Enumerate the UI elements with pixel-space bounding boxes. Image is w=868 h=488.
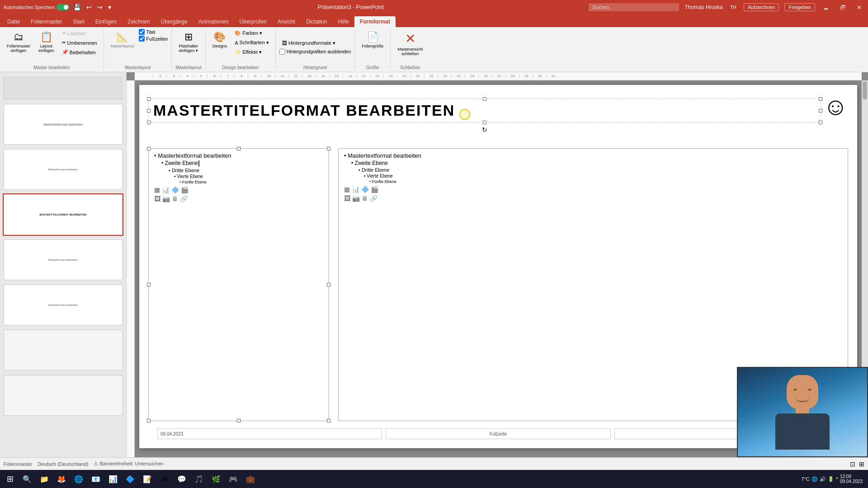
slide-thumb-7[interactable]: ✕ bbox=[3, 329, 123, 371]
handle-tm[interactable] bbox=[483, 97, 486, 101]
share-button[interactable]: Freigeben bbox=[784, 3, 815, 11]
hintergrundgrafiken-checkbox[interactable]: Hintergrundgrafiken ausblenden bbox=[279, 49, 351, 55]
user-name: Thomas Hruska bbox=[684, 4, 723, 10]
slide-title[interactable]: MASTERTITELFORMAT BEARBEITEN ↻ bbox=[148, 99, 821, 123]
handle-ml[interactable] bbox=[147, 109, 151, 113]
taskbar-app7[interactable]: 🌿 bbox=[208, 471, 224, 487]
lca-handle-tm[interactable] bbox=[237, 147, 241, 150]
masteransicht-schliessen-button[interactable]: ✕ Masteransichtschließen bbox=[394, 29, 426, 58]
master-actions-col: ✕ Löschen ✏ Umbenennen 📌 Beibehalten bbox=[59, 29, 100, 56]
slide-sorter-button[interactable]: ⊞ bbox=[859, 460, 864, 468]
autosave-switch[interactable] bbox=[57, 4, 69, 10]
qa-more-button[interactable]: ▾ bbox=[107, 3, 113, 12]
tab-einfuegen[interactable]: Einfügen bbox=[90, 16, 122, 27]
lca-handle-ml[interactable] bbox=[147, 283, 151, 286]
rotate-handle[interactable]: ↻ bbox=[482, 126, 487, 131]
handle-bl[interactable] bbox=[147, 121, 151, 124]
handle-tl[interactable] bbox=[147, 97, 151, 101]
titel-checkbox[interactable]: Titel bbox=[139, 29, 168, 35]
redo-button[interactable]: ↪ bbox=[96, 3, 104, 12]
tab-datei[interactable]: Datei bbox=[2, 16, 25, 27]
maximize-button[interactable]: 🗗 bbox=[837, 3, 849, 12]
autosave-toggle[interactable]: Automatisches Speichern bbox=[4, 4, 69, 10]
farben-button[interactable]: 🎨 Farben ▾ bbox=[232, 29, 272, 38]
taskbar-app5[interactable]: 💬 bbox=[174, 471, 190, 487]
start-button[interactable]: ⊞ bbox=[2, 471, 18, 487]
slide-thumb-2[interactable]: ✕ Mastertitelformat bearbeiten bbox=[3, 103, 123, 145]
taskbar-app4[interactable]: ✉ bbox=[156, 471, 173, 487]
designs-button[interactable]: 🎨 Designs bbox=[209, 29, 231, 51]
taskbar-firefox[interactable]: 🦊 bbox=[53, 471, 70, 487]
taskbar-outlook[interactable]: 📧 bbox=[88, 471, 104, 487]
tab-ansicht[interactable]: Ansicht bbox=[272, 16, 301, 27]
undo-button[interactable]: ↩ bbox=[85, 3, 93, 12]
lca-handle-br[interactable] bbox=[327, 419, 330, 422]
normal-view-button[interactable]: ⊡ bbox=[850, 460, 855, 468]
ruler-mark: 7 bbox=[221, 74, 234, 78]
footer-date[interactable]: 09.04.2023 bbox=[157, 428, 382, 439]
slide-thumb-5[interactable]: ✕ Masterformat bearbeiten bbox=[3, 239, 123, 281]
taskbar-search[interactable]: 🔍 bbox=[19, 471, 35, 487]
foliengroesse-button[interactable]: 📄 Foliengröße bbox=[359, 29, 387, 51]
lca-handle-bl[interactable] bbox=[147, 419, 151, 422]
platzhalter-button[interactable]: ⊞ Platzhaltereinfügen ▾ bbox=[175, 29, 201, 55]
lca-handle-tl[interactable] bbox=[147, 147, 151, 150]
slide-thumb-1[interactable]: ✕ bbox=[3, 76, 123, 100]
tab-hilfe[interactable]: Hilfe bbox=[333, 16, 354, 27]
right-level1: • Mastertextformat bearbeiten bbox=[344, 152, 842, 159]
slide-inner-3: Masterformat bearbeiten bbox=[4, 149, 123, 190]
tab-formformat[interactable]: Formformat bbox=[354, 16, 396, 27]
lca-handle-bm[interactable] bbox=[237, 419, 241, 422]
slide-thumb-4[interactable]: ✕ MASTERTITELFORMAT BEARBEITEN bbox=[3, 193, 123, 236]
taskbar-app2[interactable]: 🔷 bbox=[122, 471, 138, 487]
hintergrundformate-button[interactable]: 🖼 Hintergrundformate ▾ bbox=[279, 39, 338, 47]
slide-thumb-6[interactable]: ✕ Masterformat bearbeiten bbox=[3, 284, 123, 326]
umbenennen-button[interactable]: ✏ Umbenennen bbox=[59, 38, 100, 47]
taskbar-powerpoint[interactable]: 📊 bbox=[105, 471, 121, 487]
close-button[interactable]: ✕ bbox=[854, 3, 864, 12]
master-bearbeiten-content: 🗂 Folienmastereinfügen 📋 Layouteinfügen … bbox=[4, 29, 100, 64]
folienmaster-einfuegen-button[interactable]: 🗂 Folienmastereinfügen bbox=[4, 29, 33, 55]
handle-br[interactable] bbox=[819, 121, 822, 124]
tab-animationen[interactable]: Animationen bbox=[193, 16, 234, 27]
taskbar-app8[interactable]: 🎮 bbox=[225, 471, 241, 487]
layout-einfuegen-button[interactable]: 📋 Layouteinfügen bbox=[35, 29, 57, 55]
left-level2: • Zweite Ebene bbox=[161, 160, 323, 167]
tab-ueberpruefen[interactable]: Überprüfen bbox=[234, 16, 272, 27]
taskbar-app9[interactable]: 💼 bbox=[242, 471, 259, 487]
slide-thumb-8[interactable]: ✕ bbox=[3, 374, 123, 417]
tab-folienmaster[interactable]: Folienmaster bbox=[25, 16, 67, 27]
search-input[interactable] bbox=[589, 3, 679, 11]
taskbar-chrome[interactable]: 🌐 bbox=[71, 471, 87, 487]
slide-inner-5: Masterformat bearbeiten bbox=[4, 239, 123, 280]
beibehalten-button[interactable]: 📌 Beibehalten bbox=[59, 48, 100, 56]
minimize-button[interactable]: 🗕 bbox=[821, 3, 832, 12]
scroll-thumb[interactable] bbox=[863, 81, 867, 99]
slide-thumb-3[interactable]: ✕ Masterformat bearbeiten bbox=[3, 148, 123, 191]
ruler-mark: 9 bbox=[248, 74, 261, 78]
footer-text[interactable]: Fußzeile bbox=[386, 428, 610, 439]
handle-bm[interactable] bbox=[483, 121, 486, 124]
fusszeilen-checkbox[interactable]: Fußzeilen bbox=[139, 36, 168, 42]
handle-tr[interactable] bbox=[819, 97, 822, 101]
masterlayout-button[interactable]: 📐 Masterlayout bbox=[108, 29, 137, 51]
schriftarten-button[interactable]: A Schriftarten ▾ bbox=[232, 38, 272, 47]
loeschen-button[interactable]: ✕ Löschen bbox=[59, 29, 100, 38]
tab-start[interactable]: Start bbox=[67, 16, 90, 27]
effekte-button[interactable]: ✨ Effekte ▾ bbox=[232, 48, 272, 56]
taskbar-explorer[interactable]: 📁 bbox=[36, 471, 52, 487]
lca-handle-mr[interactable] bbox=[327, 283, 330, 286]
handle-mr[interactable] bbox=[819, 109, 822, 113]
left-content-area[interactable]: • Mastertextformat bearbeiten • Zweite E… bbox=[148, 148, 329, 421]
tab-uebergaenge[interactable]: Übergänge bbox=[155, 16, 193, 27]
tab-zeichnen[interactable]: Zeichnen bbox=[122, 16, 155, 27]
record-button[interactable]: Aufzeichnen bbox=[744, 3, 779, 11]
lca-handle-tr[interactable] bbox=[327, 147, 330, 150]
ruler-mark: 5 bbox=[193, 74, 207, 78]
taskbar-app6[interactable]: 🎵 bbox=[191, 471, 207, 487]
ruler-left bbox=[127, 80, 135, 457]
rchart-icon: 📊 bbox=[352, 186, 359, 193]
tab-dictation[interactable]: Dictation bbox=[301, 16, 333, 27]
save-button[interactable]: 💾 bbox=[72, 3, 82, 12]
taskbar-app3[interactable]: 📝 bbox=[139, 471, 156, 487]
